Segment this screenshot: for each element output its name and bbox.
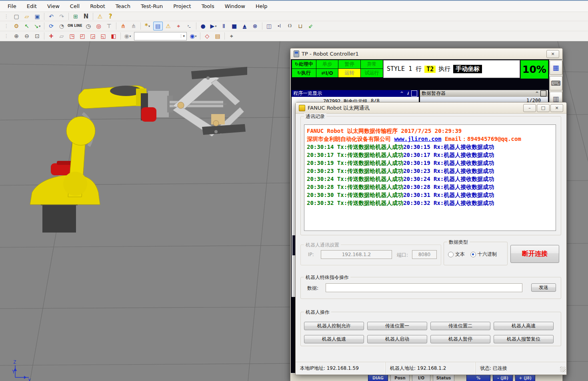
zoom-window-icon[interactable]: ⊡ bbox=[32, 32, 42, 40]
resize-grip[interactable] bbox=[560, 367, 566, 372]
terminal-icon[interactable]: ›_ bbox=[184, 22, 194, 30]
menu-edit[interactable]: Edit bbox=[22, 2, 42, 11]
menu-file[interactable]: File bbox=[2, 2, 22, 11]
online-icon[interactable]: ON LINE bbox=[67, 22, 83, 30]
gauge-icon[interactable]: ◔ bbox=[57, 22, 66, 30]
menu-robot[interactable]: Robot bbox=[85, 2, 110, 11]
redo-icon[interactable]: ↷ bbox=[57, 12, 66, 21]
menu-tools[interactable]: Tools bbox=[196, 2, 220, 11]
maximize-button[interactable]: □ bbox=[537, 104, 550, 112]
panel-info-icon[interactable]: i bbox=[405, 91, 410, 96]
minimize-button[interactable]: – bbox=[523, 104, 536, 112]
save-icon[interactable]: ▣ bbox=[32, 12, 42, 21]
help-icon[interactable]: ? bbox=[106, 12, 115, 21]
undo-icon[interactable]: ↶ bbox=[46, 12, 56, 21]
wireframe-cube-icon[interactable]: ◇ bbox=[202, 32, 212, 40]
record-icon[interactable]: ● bbox=[198, 22, 208, 30]
cube-front-icon[interactable]: ◰ bbox=[78, 32, 87, 40]
dialog-titlebar[interactable]: FANUC Robot 以太网通讯 – □ × bbox=[296, 102, 566, 114]
datatype-radio-text[interactable]: 文本 bbox=[448, 251, 465, 258]
softkey-minus-j8[interactable]: - (J8) bbox=[493, 374, 513, 381]
jog-tool-icon[interactable]: ↘▾ bbox=[32, 22, 42, 30]
io-config-icon[interactable]: {} bbox=[285, 22, 295, 30]
tp-titlebar[interactable]: TP - Robot Controller1 × bbox=[290, 48, 562, 60]
pixel-panel-icon[interactable]: ▦ bbox=[550, 60, 562, 75]
import-icon[interactable]: ⇙ bbox=[306, 22, 316, 30]
open-folder-icon[interactable]: ▱ bbox=[22, 12, 32, 21]
menu-teach[interactable]: Teach bbox=[110, 2, 136, 11]
teach-pendant-icon[interactable]: ▤ bbox=[153, 22, 163, 30]
datatype-radio-hex[interactable]: 十六进制 bbox=[470, 251, 497, 258]
cell-tree-icon[interactable]: ⊞ bbox=[71, 12, 80, 21]
softkey-status[interactable]: Status bbox=[433, 374, 454, 381]
company-link[interactable]: www.jliron.com bbox=[394, 136, 441, 142]
new-file-icon[interactable]: ▢ bbox=[12, 12, 21, 21]
panel-collapse-icon[interactable]: ^ bbox=[534, 91, 540, 96]
mouse-icon[interactable]: ⌖ bbox=[227, 32, 236, 40]
cube-right-icon[interactable]: ◲ bbox=[88, 32, 98, 40]
measure-icon[interactable]: ▤ bbox=[213, 32, 222, 40]
robot-pause-button[interactable]: 机器人暂停 bbox=[430, 335, 490, 343]
zoom-out-icon[interactable]: ⊖ bbox=[22, 32, 32, 40]
menu-view[interactable]: View bbox=[42, 2, 65, 11]
profile-icon[interactable]: ⊔ bbox=[296, 22, 305, 30]
cube-iso-icon[interactable]: ◱ bbox=[98, 32, 108, 40]
robot-program-icon[interactable]: *▾ bbox=[143, 22, 152, 30]
menu-project[interactable]: Project bbox=[168, 2, 196, 11]
run-panel-icon[interactable]: ▸| bbox=[275, 22, 284, 30]
zoom-in-icon[interactable]: ⊕ bbox=[12, 32, 21, 40]
robot-high-speed-button[interactable]: 机器人高速 bbox=[494, 322, 554, 330]
program-list-titlebar[interactable]: 程序一览显示 ^ i bbox=[292, 90, 419, 97]
signpost-icon[interactable]: ⊤ bbox=[104, 22, 114, 30]
gripper-open-icon[interactable]: ⋔ bbox=[118, 22, 128, 30]
robot-start-button[interactable]: 机器人启动 bbox=[367, 335, 427, 343]
renumber-icon[interactable]: N bbox=[81, 12, 91, 21]
softkey-posn[interactable]: Posn bbox=[390, 374, 410, 381]
menu-test-run[interactable]: Test-Run bbox=[136, 2, 168, 11]
menu-window[interactable]: Window bbox=[220, 2, 250, 11]
robot-low-speed-button[interactable]: 机器人低速 bbox=[304, 335, 364, 343]
send-position-1-button[interactable]: 传送位置一 bbox=[367, 322, 427, 330]
panel-collapse-icon[interactable]: ^ bbox=[399, 91, 404, 96]
data-input[interactable] bbox=[326, 283, 522, 292]
alarm-icon[interactable]: ⚠ bbox=[164, 22, 173, 30]
gripper-ghost-icon[interactable]: ⋔ bbox=[129, 22, 138, 30]
menu-cell[interactable]: Cell bbox=[65, 2, 85, 11]
robot-alarm-reset-button[interactable]: 机器人报警复位 bbox=[494, 335, 554, 343]
eject-icon[interactable]: ▲ bbox=[240, 22, 250, 30]
robot-control-enable-button[interactable]: 机器人控制允许 bbox=[304, 322, 364, 330]
menu-help[interactable]: Help bbox=[250, 2, 273, 11]
softkey-plus-j8[interactable]: + (J8) bbox=[515, 374, 535, 381]
softkey-diag[interactable]: DIAG bbox=[368, 374, 388, 381]
panel-maximize-icon[interactable] bbox=[540, 90, 546, 96]
floor-plane-icon[interactable]: ▱ bbox=[57, 32, 66, 40]
softkey-io[interactable]: I/O bbox=[412, 374, 430, 381]
camera-view-icon[interactable]: ◉▾ bbox=[123, 32, 132, 40]
register-panel-titlebar[interactable]: 数据暂存器 ^ bbox=[420, 90, 548, 97]
fanuc-robot[interactable] bbox=[30, 67, 247, 233]
cell-properties-icon[interactable]: ⚙ bbox=[12, 22, 21, 30]
play-icon[interactable]: ▶▾ bbox=[209, 22, 218, 30]
center-view-icon[interactable]: + bbox=[46, 32, 56, 40]
send-position-2-button[interactable]: 传送位置二 bbox=[430, 322, 490, 330]
close-button[interactable]: × bbox=[550, 104, 563, 112]
send-button[interactable]: 发送 bbox=[531, 283, 556, 292]
comm-log[interactable]: FANUC Robot 以太网数据传输程序 2017/7/25 20:29:39… bbox=[304, 124, 556, 231]
jog-world-icon[interactable]: ↖ bbox=[22, 22, 32, 30]
disconnect-button[interactable]: 断开连接 bbox=[510, 245, 559, 263]
watch-window-icon[interactable]: ◫ bbox=[264, 22, 274, 30]
keyboard-icon[interactable]: ⌨ bbox=[550, 76, 562, 90]
stop-icon[interactable]: ■ bbox=[230, 22, 239, 30]
panel-maximize-icon[interactable] bbox=[411, 90, 417, 96]
camera-record-icon[interactable]: ◉▾ bbox=[188, 32, 198, 40]
cube-top-icon[interactable]: ◳ bbox=[67, 32, 77, 40]
robot-swap-icon[interactable]: ⟳ bbox=[46, 22, 56, 30]
cube-back-icon[interactable]: ◧ bbox=[109, 32, 118, 40]
tp-close-button[interactable]: × bbox=[546, 50, 559, 58]
pause-icon[interactable]: Ⅱ bbox=[219, 22, 229, 30]
cancel-icon[interactable]: ⊗ bbox=[250, 22, 260, 30]
find-target-icon[interactable]: ⌖ bbox=[174, 22, 184, 30]
softkey-percent[interactable]: % bbox=[466, 374, 490, 381]
alarm-save-icon[interactable]: ⚠ bbox=[95, 12, 105, 21]
view-preset-combobox[interactable]: ▾ bbox=[134, 32, 187, 40]
